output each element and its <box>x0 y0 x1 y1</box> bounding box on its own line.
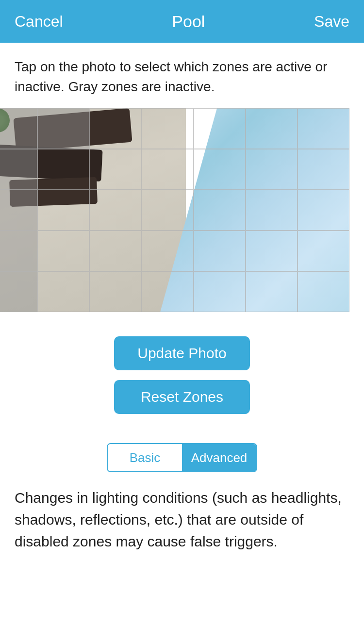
grid-cell[interactable] <box>246 108 298 149</box>
grid-cell[interactable] <box>141 231 193 271</box>
grid-cell[interactable] <box>194 149 246 190</box>
grid-cell[interactable] <box>89 190 141 231</box>
grid-cell[interactable] <box>246 149 298 190</box>
grid-cell[interactable] <box>89 271 141 312</box>
grid-cell[interactable] <box>37 190 89 231</box>
header: Cancel Pool Save <box>0 0 364 43</box>
grid-cell[interactable] <box>37 271 89 312</box>
grid-cell[interactable] <box>0 190 37 231</box>
grid-cell[interactable] <box>298 231 349 271</box>
tab-group: Basic Advanced <box>107 443 257 472</box>
grid-cell[interactable] <box>0 108 37 149</box>
cancel-button[interactable]: Cancel <box>15 13 63 31</box>
zone-grid[interactable] <box>0 108 349 312</box>
reset-zones-button[interactable]: Reset Zones <box>114 380 250 414</box>
grid-cell[interactable] <box>141 108 193 149</box>
grid-cell[interactable] <box>298 190 349 231</box>
description-text: Changes in lighting conditions (such as … <box>15 487 349 552</box>
photo-grid-container[interactable] <box>0 108 349 312</box>
grid-cell[interactable] <box>0 271 37 312</box>
grid-cell[interactable] <box>246 190 298 231</box>
content-area: Tap on the photo to select which zones a… <box>0 43 364 97</box>
grid-cell[interactable] <box>0 149 37 190</box>
grid-cell[interactable] <box>194 190 246 231</box>
grid-cell[interactable] <box>141 190 193 231</box>
grid-cell[interactable] <box>89 149 141 190</box>
grid-cell[interactable] <box>37 149 89 190</box>
grid-cell[interactable] <box>37 231 89 271</box>
instruction-text: Tap on the photo to select which zones a… <box>15 57 349 97</box>
grid-cell[interactable] <box>141 271 193 312</box>
page-title: Pool <box>172 12 205 31</box>
grid-cell[interactable] <box>0 231 37 271</box>
tab-advanced[interactable]: Advanced <box>182 444 256 471</box>
grid-cell[interactable] <box>37 108 89 149</box>
grid-cell[interactable] <box>194 231 246 271</box>
tab-switcher: Basic Advanced <box>0 443 364 472</box>
save-button[interactable]: Save <box>314 13 349 31</box>
grid-cell[interactable] <box>298 271 349 312</box>
grid-cell[interactable] <box>89 108 141 149</box>
grid-cell[interactable] <box>194 108 246 149</box>
grid-cell[interactable] <box>298 108 349 149</box>
grid-cell[interactable] <box>246 231 298 271</box>
grid-cell[interactable] <box>141 149 193 190</box>
buttons-area: Update Photo Reset Zones <box>0 312 364 433</box>
grid-cell[interactable] <box>194 271 246 312</box>
grid-cell[interactable] <box>246 271 298 312</box>
grid-cell[interactable] <box>89 231 141 271</box>
tab-basic[interactable]: Basic <box>108 444 182 471</box>
grid-cell[interactable] <box>298 149 349 190</box>
update-photo-button[interactable]: Update Photo <box>114 336 250 370</box>
description-section: Changes in lighting conditions (such as … <box>0 487 364 572</box>
